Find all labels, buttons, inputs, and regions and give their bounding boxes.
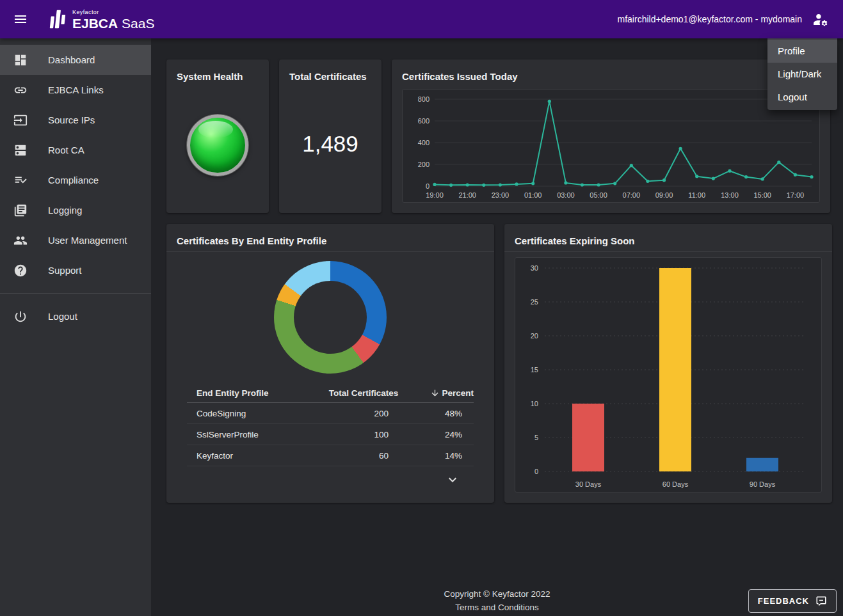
svg-text:09:00: 09:00 xyxy=(655,191,673,199)
end-entity-table: End Entity Profile Total Certificates Pe… xyxy=(187,384,474,466)
page-footer: Copyright © Keyfactor 2022 Terms and Con… xyxy=(151,589,843,613)
table-expand-button[interactable] xyxy=(444,471,462,489)
certificates-expiring-soon-card: Certificates Expiring Soon 0510152025303… xyxy=(504,224,832,503)
donut-hole xyxy=(294,281,367,354)
end-entity-donut xyxy=(274,261,387,374)
svg-text:200: 200 xyxy=(418,161,430,168)
menu-icon xyxy=(13,12,28,27)
svg-text:600: 600 xyxy=(418,117,430,125)
brand-product-label: EJBCA SaaS xyxy=(72,17,154,31)
sidebar-item-dashboard[interactable]: Dashboard xyxy=(0,45,151,75)
brand-text: Keyfactor EJBCA SaaS xyxy=(72,9,154,31)
sidebar-logout-label: Logout xyxy=(48,311,77,322)
svg-text:0: 0 xyxy=(534,468,538,475)
header-end-entity-profile[interactable]: End Entity Profile xyxy=(187,388,316,398)
svg-text:05:00: 05:00 xyxy=(590,191,607,199)
power-icon xyxy=(13,310,28,324)
terms-and-conditions-link[interactable]: Terms and Conditions xyxy=(455,603,539,612)
menu-item-logout[interactable]: Logout xyxy=(767,86,837,109)
chevron-down-icon xyxy=(445,472,460,487)
svg-text:5: 5 xyxy=(534,434,538,441)
source-ips-icon xyxy=(13,113,28,127)
svg-text:17:00: 17:00 xyxy=(787,191,805,199)
svg-text:21:00: 21:00 xyxy=(458,191,476,199)
sidebar-item-ejbca-links[interactable]: EJBCA Links xyxy=(0,75,151,105)
table-row-keyfactor[interactable]: Keyfactor6014% xyxy=(187,445,474,466)
cell-total: 60 xyxy=(316,451,412,461)
svg-text:19:00: 19:00 xyxy=(426,191,444,199)
sidebar-item-label: Compliance xyxy=(48,175,99,186)
sidebar-item-label: User Management xyxy=(48,235,127,246)
certificates-issued-today-title: Certificates Issued Today xyxy=(392,59,830,82)
dashboard-icon xyxy=(13,53,28,67)
brand-logo: Keyfactor EJBCA SaaS xyxy=(47,7,154,31)
link-icon xyxy=(13,83,28,97)
menu-item-light-dark[interactable]: Light/Dark xyxy=(767,63,837,86)
user-management-icon xyxy=(13,233,28,248)
svg-text:0: 0 xyxy=(426,182,430,190)
sidebar-item-compliance[interactable]: Compliance xyxy=(0,165,151,195)
header-total-certificates[interactable]: Total Certificates xyxy=(316,388,412,398)
total-certificates-card: Total Certificates 1,489 xyxy=(279,59,381,213)
svg-text:23:00: 23:00 xyxy=(492,191,510,199)
sidebar-item-user-management[interactable]: User Management xyxy=(0,225,151,255)
svg-text:30: 30 xyxy=(531,264,538,272)
sidebar-item-root-ca[interactable]: Root CA xyxy=(0,135,151,165)
menu-item-profile[interactable]: Profile xyxy=(767,40,837,63)
cell-profile: CodeSigning xyxy=(187,409,316,418)
expiring-soon-bar-chart: 05101520253030 Days60 Days90 Days xyxy=(515,257,822,493)
cell-percent: 14% xyxy=(412,451,474,461)
feedback-chat-bubble-icon xyxy=(815,596,827,607)
table-row-sslserverprofile[interactable]: SslServerProfile10024% xyxy=(187,424,474,445)
svg-text:25: 25 xyxy=(531,298,538,306)
main-content: System Health Total Certificates 1,489 C… xyxy=(151,38,843,616)
cell-profile: SslServerProfile xyxy=(187,430,316,439)
card-divider xyxy=(504,251,832,252)
sidebar-item-label: Logging xyxy=(48,205,82,216)
cell-total: 200 xyxy=(316,409,412,418)
logging-icon xyxy=(13,203,28,217)
certificates-issued-today-card: Certificates Issued Today 02004006008001… xyxy=(392,59,830,213)
header-right: mfairchild+demo1@keyfactor.com - mydomai… xyxy=(618,10,843,28)
sort-descending-icon xyxy=(430,388,440,398)
user-settings-button[interactable] xyxy=(812,10,830,28)
system-health-status-indicator xyxy=(187,115,248,176)
user-account-label: mfairchild+demo1@keyfactor.com - mydomai… xyxy=(618,14,802,24)
root-ca-icon xyxy=(13,143,28,157)
sidebar-item-source-ips[interactable]: Source IPs xyxy=(0,105,151,135)
svg-text:15:00: 15:00 xyxy=(753,191,771,199)
feedback-label: FEEDBACK xyxy=(758,596,809,606)
total-certificates-title: Total Certificates xyxy=(279,59,381,82)
sidebar-divider xyxy=(0,293,151,294)
svg-text:20: 20 xyxy=(531,332,538,340)
sidebar: DashboardEJBCA LinksSource IPsRoot CACom… xyxy=(0,38,151,616)
hamburger-menu-button[interactable] xyxy=(6,5,35,33)
svg-text:01:00: 01:00 xyxy=(524,191,542,199)
svg-text:30 Days: 30 Days xyxy=(575,480,602,488)
cell-percent: 24% xyxy=(412,430,474,439)
bar-chart-svg: 05101520253030 Days60 Days90 Days xyxy=(515,258,821,492)
keyfactor-logo-icon xyxy=(47,7,68,31)
support-icon xyxy=(13,264,28,278)
sidebar-item-label: Root CA xyxy=(48,145,84,155)
svg-text:10: 10 xyxy=(531,400,538,407)
sidebar-item-support[interactable]: Support xyxy=(0,255,151,285)
user-dropdown-menu: ProfileLight/DarkLogout xyxy=(767,38,837,110)
table-row-codesigning[interactable]: CodeSigning20048% xyxy=(187,403,474,424)
end-entity-table-body: CodeSigning20048%SslServerProfile10024%K… xyxy=(187,403,474,466)
system-health-title: System Health xyxy=(166,59,269,82)
sidebar-item-logging[interactable]: Logging xyxy=(0,195,151,225)
feedback-button[interactable]: FEEDBACK xyxy=(748,589,837,613)
sidebar-item-label: Source IPs xyxy=(48,115,95,125)
cell-total: 100 xyxy=(316,430,412,439)
header-percent[interactable]: Percent xyxy=(412,388,474,398)
app-header: Keyfactor EJBCA SaaS mfairchild+demo1@ke… xyxy=(0,0,843,38)
svg-text:11:00: 11:00 xyxy=(688,191,705,199)
manage-account-icon xyxy=(812,12,828,28)
svg-text:90 Days: 90 Days xyxy=(750,480,776,488)
cell-percent: 48% xyxy=(412,409,474,418)
svg-text:03:00: 03:00 xyxy=(557,191,575,199)
svg-text:07:00: 07:00 xyxy=(623,191,641,199)
sidebar-item-logout[interactable]: Logout xyxy=(0,301,151,331)
svg-text:13:00: 13:00 xyxy=(721,191,739,199)
